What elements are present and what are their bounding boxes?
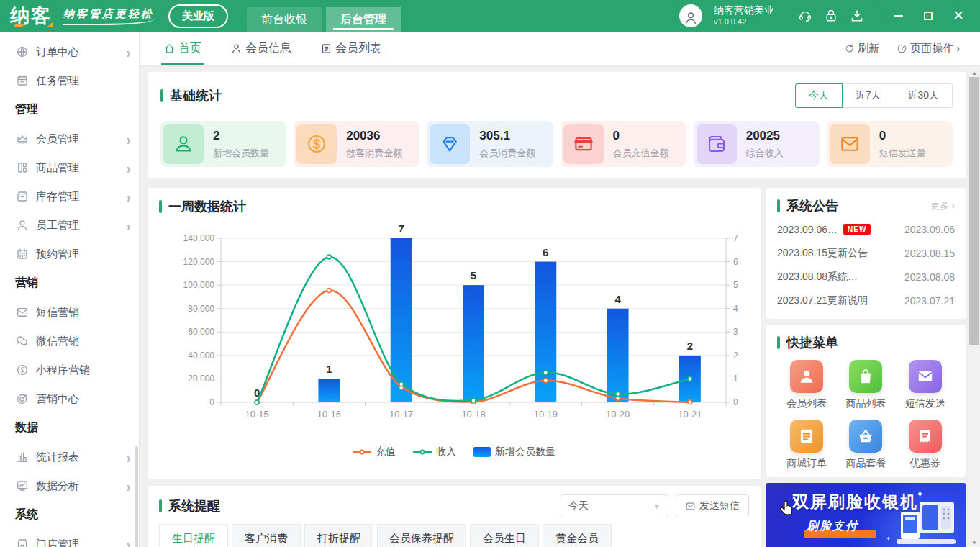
stat-label: 会员消费金额	[479, 147, 535, 160]
refresh-label: 刷新	[858, 42, 879, 55]
sidebar-item[interactable]: 库存管理›	[0, 182, 139, 211]
dollar-icon	[296, 124, 337, 164]
announcement-row[interactable]: 2023.09.06…NEW2023.09.06	[777, 217, 955, 241]
cursor-pointer-icon	[778, 500, 795, 517]
target-icon	[16, 392, 29, 405]
sidebar-item[interactable]: 员工管理›	[0, 211, 139, 240]
top-tab-cashier[interactable]: 前台收银	[247, 7, 322, 32]
sidebar-item[interactable]: 微信营销	[0, 327, 139, 356]
top-tab-backoffice[interactable]: 后台管理	[326, 7, 401, 32]
svg-text:100,000: 100,000	[183, 280, 215, 290]
announcement-title: 2023.07.21更新说明	[777, 294, 868, 307]
globe-icon	[16, 45, 29, 58]
sidebar-item-label: 商品管理	[36, 161, 79, 175]
quick-menu-商城订单[interactable]: 商城订单	[786, 420, 827, 470]
title-accent-bar	[160, 89, 163, 102]
announcement-date: 2023.09.06	[904, 224, 955, 235]
sidebar-item[interactable]: 商品管理›	[0, 153, 139, 182]
reminder-tab[interactable]: 会员保养提醒	[377, 524, 466, 547]
sidebar-item[interactable]: 会员管理›	[0, 125, 139, 153]
reminders-title: 系统提醒	[168, 497, 220, 515]
inventory-icon	[16, 190, 29, 203]
sidebar-item[interactable]: 订单中心›	[0, 37, 139, 66]
tab-会员列表[interactable]: 会员列表	[318, 32, 384, 65]
crown-icon	[16, 132, 29, 145]
legend-item[interactable]: 新增会员数量	[473, 446, 555, 458]
svg-text:6: 6	[733, 257, 738, 267]
quick-menu-商品套餐[interactable]: 商品套餐	[845, 420, 886, 470]
quick-menu-label: 优惠券	[909, 457, 942, 470]
announcement-row[interactable]: 2023.08.15更新公告2023.08.15	[777, 241, 955, 265]
legend-item[interactable]: 收入	[413, 446, 456, 458]
reminder-tab[interactable]: 黄金会员	[543, 524, 612, 547]
range-button[interactable]: 今天	[795, 83, 843, 108]
quick-menu-优惠券[interactable]: 优惠券	[909, 420, 942, 470]
svg-text:140,000: 140,000	[183, 233, 215, 243]
svg-text:1: 1	[733, 374, 738, 384]
send-sms-button[interactable]: 发送短信	[676, 494, 749, 517]
scroll-down-arrow[interactable]: ▼	[968, 538, 980, 547]
refresh-button[interactable]: 刷新	[844, 42, 879, 55]
sparkle-icon: ✦	[886, 535, 891, 542]
legend-item[interactable]: 充值	[353, 446, 396, 458]
sidebar-item[interactable]: 数据分析›	[0, 471, 139, 500]
sidebar-item[interactable]: 任务管理	[0, 66, 139, 95]
titlebar-right: 纳客营销美业 v1.0.0.42 ✕	[679, 4, 970, 27]
svg-text:5: 5	[471, 269, 476, 281]
maximize-button[interactable]	[922, 10, 934, 22]
sidebar-item[interactable]: 预约管理	[0, 240, 139, 268]
ad-banner[interactable]: 双屏刷脸收银机 刷脸支付 ✦ ✦	[766, 483, 966, 547]
quick-menu-短信发送[interactable]: 短信发送	[905, 360, 945, 410]
sidebar-item[interactable]: 统计报表›	[0, 443, 139, 471]
sidebar-item[interactable]: 小程序营销	[0, 356, 139, 384]
list-icon	[320, 42, 332, 55]
scroll-up-arrow[interactable]: ▲	[968, 68, 980, 77]
download-icon[interactable]	[850, 9, 864, 23]
stat-text: 305.1会员消费金额	[479, 129, 535, 160]
range-button[interactable]: 近7天	[842, 83, 895, 108]
diamond-icon	[430, 124, 470, 164]
reminder-tab[interactable]: 打折提醒	[304, 524, 373, 547]
chevron-right-icon: ›	[127, 160, 130, 176]
reminder-tab[interactable]: 生日提醒	[159, 524, 228, 547]
sidebar-item-label: 短信营销	[36, 306, 79, 320]
announcement-row[interactable]: 2023.08.08系统…2023.08.08	[777, 265, 955, 289]
sidebar-item[interactable]: 短信营销	[0, 298, 139, 327]
basic-stats-card: 基础统计 今天近7天近30天 2新增会员数量20036散客消费金额305.1会员…	[148, 72, 966, 178]
sidebar-item[interactable]: 门店管理›	[0, 530, 139, 547]
legend-label: 新增会员数量	[495, 446, 555, 458]
close-button[interactable]: ✕	[953, 10, 964, 22]
sidebar-item[interactable]: 营销中心	[0, 384, 139, 413]
svg-text:20,000: 20,000	[188, 374, 214, 384]
page-ops-button[interactable]: 页面操作 ›	[897, 42, 960, 55]
wallet-icon	[697, 124, 737, 164]
reminder-date-select[interactable]: 今天 ▼	[561, 494, 668, 517]
goods-bag-icon	[849, 360, 882, 393]
range-button[interactable]: 近30天	[894, 83, 953, 108]
reminder-tab[interactable]: 会员生日	[470, 524, 539, 547]
quick-menu-商品列表[interactable]: 商品列表	[845, 360, 886, 410]
avatar[interactable]	[679, 4, 702, 27]
send-sms-label: 发送短信	[699, 499, 740, 512]
stat-label: 短信发送量	[879, 147, 926, 160]
page-scrollbar[interactable]: ▲ ▼	[968, 68, 980, 547]
svg-text:10-17: 10-17	[389, 409, 413, 420]
sidebar-section-label: 营销	[0, 268, 139, 298]
chevron-right-icon: ›	[127, 217, 130, 233]
basic-stats-title: 基础统计	[170, 87, 222, 104]
more-link[interactable]: 更多 ›	[930, 199, 955, 212]
minimize-button[interactable]	[892, 10, 904, 22]
brand-logo: 纳客	[10, 3, 52, 29]
scrollbar-thumb[interactable]	[969, 77, 979, 345]
tab-会员信息[interactable]: 会员信息	[228, 32, 294, 65]
quick-menu-会员列表[interactable]: 会员列表	[786, 360, 827, 410]
announcement-row[interactable]: 2023.07.21更新说明2023.07.21	[777, 289, 955, 312]
sidebar-item-label: 微信营销	[36, 335, 79, 348]
svg-text:10-18: 10-18	[461, 409, 485, 420]
reminder-tab[interactable]: 客户消费	[232, 524, 301, 547]
sidebar-scrollbar[interactable]	[135, 446, 138, 547]
sidebar-item-label: 会员管理	[36, 132, 79, 146]
lock-icon[interactable]	[824, 9, 838, 23]
service-icon[interactable]	[798, 9, 812, 23]
tab-首页[interactable]: 首页	[161, 32, 204, 65]
